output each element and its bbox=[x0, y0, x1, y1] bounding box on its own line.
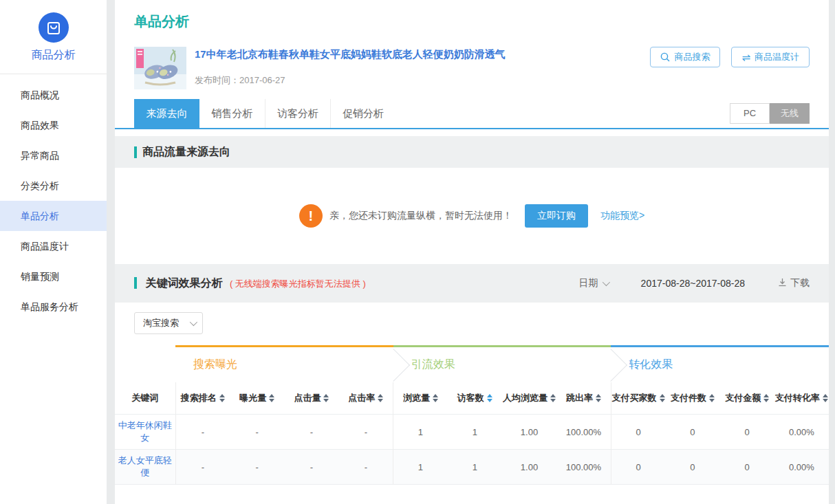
cell: - bbox=[230, 415, 284, 450]
cell: - bbox=[284, 450, 338, 485]
product-search-button[interactable]: 商品搜索 bbox=[650, 47, 720, 67]
tab-source-destination[interactable]: 来源去向 bbox=[134, 99, 199, 128]
keyword-section-title-wrap: 关键词效果分析 ( 无线端搜索曝光指标暂无法提供 ) bbox=[134, 276, 366, 291]
product-title-link[interactable]: 17中年老北京布鞋春秋单鞋女平底妈妈鞋软底老人轻便奶奶防滑透气 bbox=[195, 48, 506, 61]
order-now-button[interactable]: 立即订购 bbox=[525, 204, 588, 228]
col-pageviews[interactable]: 浏览量 bbox=[393, 382, 448, 415]
col-avg-pageviews[interactable]: 人均浏览量 bbox=[502, 382, 556, 415]
sort-arrows-icon bbox=[709, 394, 715, 402]
cell: 1 bbox=[393, 450, 448, 485]
keyword-link[interactable]: 中老年休闲鞋女 bbox=[115, 415, 175, 450]
sidebar-item-product-overview[interactable]: 商品概况 bbox=[0, 80, 107, 110]
col-exposure[interactable]: 曝光量 bbox=[230, 382, 284, 415]
sidebar-app-title: 商品分析 bbox=[0, 48, 107, 63]
keyword-table: 搜索曝光 引流效果 转化效果 关键词 搜索排名 曝光量 点击量 bbox=[115, 345, 829, 485]
date-type-dropdown[interactable]: 日期 bbox=[579, 277, 608, 289]
cell: 0 bbox=[720, 450, 774, 485]
sort-arrows-icon bbox=[660, 394, 665, 402]
col-visitors[interactable]: 访客数 bbox=[448, 382, 502, 415]
sidebar-item-category-analysis[interactable]: 分类分析 bbox=[0, 171, 107, 201]
cell: 0 bbox=[611, 450, 665, 485]
cell: - bbox=[284, 415, 338, 450]
cell: - bbox=[175, 450, 230, 485]
keyword-link[interactable]: 老人女平底轻便 bbox=[115, 450, 175, 485]
col-ctr[interactable]: 点击率 bbox=[338, 382, 393, 415]
sort-arrows-icon bbox=[550, 394, 556, 402]
col-keyword: 关键词 bbox=[115, 382, 175, 415]
tab-sales-analysis[interactable]: 销售分析 bbox=[199, 99, 265, 128]
sidebar-item-sales-forecast[interactable]: 销量预测 bbox=[0, 261, 107, 292]
tabs-row: 来源去向 销售分析 访客分析 促销分析 PC 无线 bbox=[115, 99, 829, 128]
section-bar bbox=[134, 277, 137, 289]
channel-select[interactable]: 淘宝搜索 bbox=[134, 312, 203, 334]
tab-promotion-analysis[interactable]: 促销分析 bbox=[330, 99, 395, 128]
sidebar-item-product-effect[interactable]: 商品效果 bbox=[0, 110, 107, 140]
source-section-title: 商品流量来源去向 bbox=[142, 145, 230, 160]
sidebar-item-product-thermometer[interactable]: 商品温度计 bbox=[0, 231, 107, 261]
sort-arrows-icon bbox=[378, 394, 383, 402]
product-info: 17中年老北京布鞋春秋单鞋女平底妈妈鞋软底老人轻便奶奶防滑透气 发布时间：201… bbox=[195, 47, 650, 89]
main-content: 单品分析 bbox=[115, 0, 829, 504]
cell: 100.00% bbox=[556, 450, 611, 485]
cell: 1.00 bbox=[502, 415, 556, 450]
sidebar-header: 商品分析 bbox=[0, 0, 107, 74]
table-group-header-row: 搜索曝光 引流效果 转化效果 bbox=[115, 347, 829, 382]
cell: 1 bbox=[448, 450, 502, 485]
col-clicks[interactable]: 点击量 bbox=[284, 382, 338, 415]
col-search-rank[interactable]: 搜索排名 bbox=[175, 382, 230, 415]
col-bounce-rate[interactable]: 跳出率 bbox=[556, 382, 611, 415]
sort-arrows-icon bbox=[433, 394, 438, 402]
chevron-down-icon bbox=[602, 278, 609, 286]
shopping-bag-icon bbox=[39, 12, 69, 43]
exclamation-icon: ! bbox=[299, 204, 323, 228]
notice-text: 亲，您还未订购流量纵横，暂时无法使用！ bbox=[329, 210, 512, 222]
table-row: 老人女平底轻便 - - - - 1 1 1.00 100.00% 0 0 0 0… bbox=[115, 450, 829, 485]
tab-underline bbox=[115, 128, 829, 129]
cell: 100.00% bbox=[556, 415, 611, 450]
cell: - bbox=[338, 450, 393, 485]
source-section-header: 商品流量来源去向 bbox=[115, 136, 829, 168]
product-header: 17中年老北京布鞋春秋单鞋女平底妈妈鞋软底老人轻便奶奶防滑透气 发布时间：201… bbox=[115, 30, 829, 89]
device-toggle: PC 无线 bbox=[730, 103, 810, 124]
swap-arrows-icon: ⇌ bbox=[741, 52, 750, 63]
page-title: 单品分析 bbox=[115, 0, 829, 30]
date-range[interactable]: 2017-08-28~2017-08-28 bbox=[641, 278, 745, 289]
sidebar-item-abnormal-products[interactable]: 异常商品 bbox=[0, 140, 107, 171]
cell: 0.00% bbox=[774, 415, 829, 450]
cell: - bbox=[338, 415, 393, 450]
date-controls: 日期 2017-08-28~2017-08-28 下载 bbox=[579, 277, 810, 289]
cell: 0 bbox=[611, 415, 665, 450]
sidebar-nav: 商品概况 商品效果 异常商品 分类分析 单品分析 商品温度计 销量预测 单品服务… bbox=[0, 74, 107, 322]
filter-row: 淘宝搜索 bbox=[115, 303, 829, 335]
feature-preview-link[interactable]: 功能预览> bbox=[600, 210, 644, 222]
table-row: 中老年休闲鞋女 - - - - 1 1 1.00 100.00% 0 0 0 0… bbox=[115, 415, 829, 450]
product-thermometer-button[interactable]: ⇌ 商品温度计 bbox=[731, 47, 810, 67]
sort-arrows-icon-active bbox=[487, 394, 492, 402]
toggle-pc[interactable]: PC bbox=[730, 103, 770, 124]
download-arrow-icon bbox=[778, 278, 787, 289]
sidebar-item-item-service-analysis[interactable]: 单品服务分析 bbox=[0, 292, 107, 322]
col-paid-amount[interactable]: 支付金额 bbox=[720, 382, 774, 415]
sort-arrows-icon bbox=[823, 394, 828, 402]
sidebar-item-item-analysis[interactable]: 单品分析 bbox=[0, 201, 107, 231]
col-paid-items[interactable]: 支付件数 bbox=[665, 382, 719, 415]
table-column-header-row: 关键词 搜索排名 曝光量 点击量 点击率 浏览量 访客数 人均浏览量 跳出率 支… bbox=[115, 382, 829, 415]
sort-arrows-icon bbox=[219, 394, 225, 402]
cell: - bbox=[230, 450, 284, 485]
cell: 1 bbox=[448, 415, 502, 450]
col-paid-buyers[interactable]: 支付买家数 bbox=[611, 382, 665, 415]
tab-visitor-analysis[interactable]: 访客分析 bbox=[265, 99, 330, 128]
col-conversion-rate[interactable]: 支付转化率 bbox=[774, 382, 829, 415]
sort-arrows-icon bbox=[269, 394, 274, 402]
magnifier-icon bbox=[660, 52, 670, 62]
chevron-down-icon bbox=[190, 318, 197, 326]
cell: 0 bbox=[665, 450, 719, 485]
toggle-wireless[interactable]: 无线 bbox=[770, 103, 810, 124]
sort-arrows-icon bbox=[763, 394, 769, 402]
product-image[interactable] bbox=[134, 47, 186, 89]
sidebar: 商品分析 商品概况 商品效果 异常商品 分类分析 单品分析 商品温度计 销量预测… bbox=[0, 0, 107, 504]
download-button[interactable]: 下载 bbox=[778, 277, 810, 289]
cell: 0 bbox=[720, 415, 774, 450]
section-bar bbox=[134, 146, 137, 158]
app-root: 商品分析 商品概况 商品效果 异常商品 分类分析 单品分析 商品温度计 销量预测… bbox=[0, 0, 835, 504]
